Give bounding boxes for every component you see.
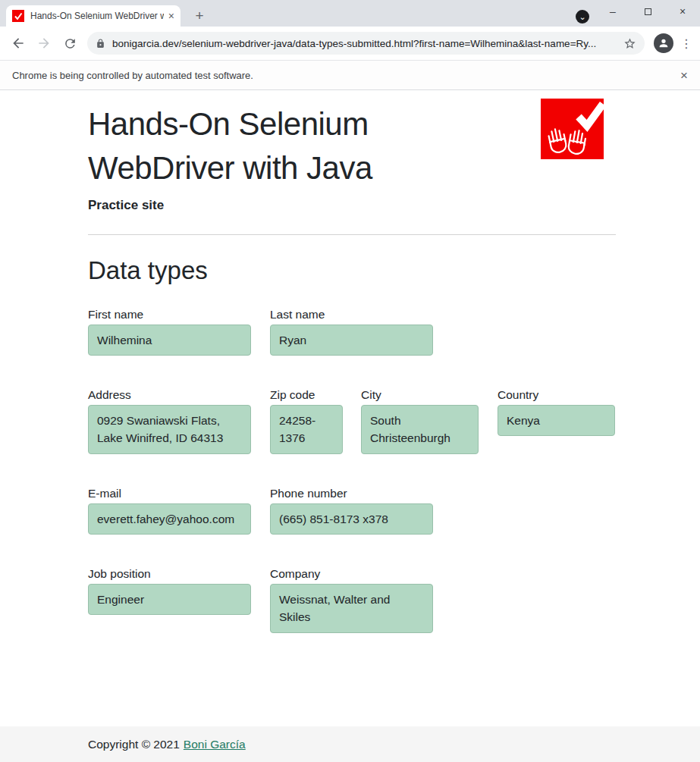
field-label: Phone number xyxy=(270,486,433,500)
address-bar[interactable]: bonigarcia.dev/selenium-webdriver-java/d… xyxy=(87,32,645,55)
tab-close-button[interactable]: × xyxy=(168,11,174,21)
job-position-input[interactable]: Engineer xyxy=(88,584,251,615)
author-link[interactable]: Boni García xyxy=(184,738,246,751)
book-logo-icon xyxy=(541,99,604,159)
profile-avatar[interactable] xyxy=(654,33,673,53)
phone-number-input[interactable]: (665) 851-8173 x378 xyxy=(270,503,433,535)
person-icon xyxy=(658,37,670,49)
zip-code-input[interactable]: 24258-1376 xyxy=(270,405,343,454)
field-group: Zip code 24258-1376 xyxy=(270,387,343,454)
tab-favicon-icon xyxy=(12,10,24,22)
field-label: Zip code xyxy=(270,387,343,402)
forward-arrow-icon xyxy=(36,36,52,51)
field-label: Job position xyxy=(88,566,251,581)
first-name-input[interactable]: Wilhemina xyxy=(88,325,251,356)
city-input[interactable]: South Christeenburgh xyxy=(361,405,479,454)
field-group: Job position Engineer xyxy=(88,566,251,615)
page-footer: Copyright © 2021 Boni García xyxy=(0,726,700,762)
padlock-icon xyxy=(96,39,105,49)
browser-toolbar: bonigarcia.dev/selenium-webdriver-java/d… xyxy=(0,27,700,60)
field-group: Phone number (665) 851-8173 x378 xyxy=(270,486,433,535)
page-title: Hands-On Selenium WebDriver with Java xyxy=(88,102,513,190)
field-label: Company xyxy=(270,566,433,581)
field-label: Country xyxy=(498,387,615,402)
copyright-text: Copyright © 2021 xyxy=(88,738,180,751)
forward-button[interactable] xyxy=(33,33,55,54)
field-group: Address 0929 Swaniawski Flats, Lake Wini… xyxy=(88,387,251,454)
maximize-button[interactable] xyxy=(630,0,665,23)
tab-title: Hands-On Selenium WebDriver w xyxy=(30,11,164,21)
field-group: Last name Ryan xyxy=(270,307,433,356)
address-input[interactable]: 0929 Swaniawski Flats, Lake Winifred, ID… xyxy=(88,405,251,454)
country-input[interactable]: Kenya xyxy=(498,405,615,436)
browser-tab[interactable]: Hands-On Selenium WebDriver w × xyxy=(6,5,180,27)
browser-status-button[interactable]: ⌄ xyxy=(576,10,589,24)
bookmark-star-button[interactable] xyxy=(623,37,636,50)
window-controls: – × xyxy=(595,0,700,23)
window-close-button[interactable]: × xyxy=(665,0,700,23)
field-group: E-mail everett.fahey@yahoo.com xyxy=(88,486,251,535)
tab-strip: Hands-On Selenium WebDriver w × + ⌄ – × xyxy=(0,0,700,27)
section-title: Data types xyxy=(88,256,616,285)
back-button[interactable] xyxy=(8,33,29,54)
field-label: E-mail xyxy=(88,486,251,500)
field-label: Last name xyxy=(270,307,433,321)
email-input[interactable]: everett.fahey@yahoo.com xyxy=(88,503,251,535)
field-group: First name Wilhemina xyxy=(88,307,251,356)
field-label: City xyxy=(361,387,479,402)
subtitle: Practice site xyxy=(88,198,616,213)
back-arrow-icon xyxy=(11,36,26,51)
chevron-down-icon: ⌄ xyxy=(579,13,585,21)
reload-icon xyxy=(63,36,77,51)
page-content: Hands-On Selenium WebDriver with Java Pr… xyxy=(0,90,700,726)
page-container: Hands-On Selenium WebDriver with Java Pr… xyxy=(88,90,616,726)
divider xyxy=(88,234,616,235)
infobar-close-button[interactable]: × xyxy=(680,69,688,82)
reload-button[interactable] xyxy=(59,33,80,54)
browser-window: Hands-On Selenium WebDriver w × + ⌄ – × … xyxy=(0,0,700,762)
automation-infobar: Chrome is being controlled by automated … xyxy=(0,60,700,90)
url-text[interactable]: bonigarcia.dev/selenium-webdriver-java/d… xyxy=(112,38,617,49)
field-group: Company Weissnat, Walter and Skiles xyxy=(270,566,433,633)
browser-menu-button[interactable]: ⋮ xyxy=(678,36,695,51)
new-tab-button[interactable]: + xyxy=(190,6,209,26)
maximize-icon xyxy=(645,8,651,15)
field-group: Country Kenya xyxy=(498,387,615,436)
minimize-button[interactable]: – xyxy=(595,0,630,23)
infobar-text: Chrome is being controlled by automated … xyxy=(12,70,253,81)
company-input[interactable]: Weissnat, Walter and Skiles xyxy=(270,584,433,633)
field-group: City South Christeenburgh xyxy=(361,387,479,454)
star-icon xyxy=(623,37,636,50)
field-label: First name xyxy=(88,307,251,321)
field-label: Address xyxy=(88,387,251,402)
last-name-input[interactable]: Ryan xyxy=(270,325,433,356)
